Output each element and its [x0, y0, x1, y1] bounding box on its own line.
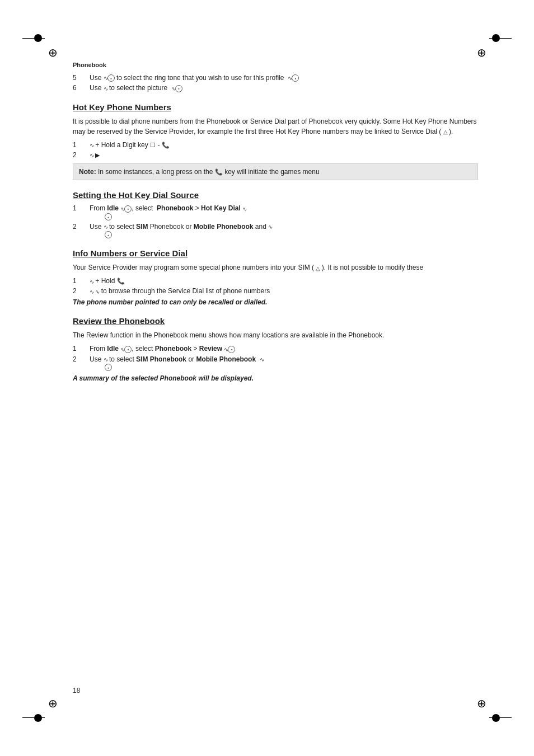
review-step-1-num: 1	[73, 345, 90, 353]
info-numbers-body: Your Service Provider may program some s…	[73, 262, 478, 273]
nav-icon-hd2: ∿	[104, 224, 107, 230]
signal-icon-rv2: ∿	[260, 356, 264, 363]
hot-key-step-1-content: ∿ + Hold a Digit key ☐ - 📞	[90, 141, 478, 149]
hot-key-heading: Hot Key Phone Numbers	[73, 102, 478, 112]
idle-text-rv1: Idle	[107, 345, 119, 353]
info-numbers-heading: Info Numbers or Service Dial	[73, 248, 478, 258]
sim-text-hd2: SIM	[136, 223, 148, 231]
sim-icon-info: △	[316, 264, 320, 273]
hot-dial-step-1-num: 1	[73, 204, 90, 212]
nav-icon-info2: ∿	[95, 289, 99, 295]
hline-br	[489, 717, 512, 718]
hline-tr	[489, 38, 512, 39]
hot-dial-heading: Setting the Hot Key Dial Source	[73, 190, 478, 200]
signal-icon-info1: ∿	[90, 279, 93, 285]
nav-icon-5: ∿	[104, 75, 107, 81]
signal-icon-hk2: ∿	[90, 152, 93, 158]
corner-dot-br	[492, 714, 500, 722]
hot-dial-step-1: 1 From Idle ∿, select Phonebook > Hot Ke…	[73, 204, 478, 220]
step-5-content: Use ∿ to select the ring tone that you w…	[90, 74, 478, 82]
hot-dial-step-2: 2 Use ∿ to select SIM Phonebook or Mobil…	[73, 223, 478, 238]
mobile-text-hd2: Mobile Phonebook	[194, 223, 254, 231]
info-step-2-num: 2	[73, 287, 90, 295]
hot-key-step-2: 2 ∿ ▶	[73, 151, 478, 159]
end-icon-hk2: ▶	[95, 152, 100, 158]
review-heading: Review the Phonebook	[73, 316, 478, 326]
phone-icon-hk1: ☐	[150, 142, 156, 148]
hot-dial-step-2-num: 2	[73, 223, 90, 231]
phonebook-text-rv1: Phonebook	[155, 345, 191, 353]
hot-dial-step-2-content: Use ∿ to select SIM Phonebook or Mobile …	[90, 223, 478, 238]
step-6: 6 Use ∿ to select the picture ∿	[73, 84, 478, 92]
mobile-text-rv2: Mobile Phonebook	[196, 355, 256, 363]
crosshair-br	[475, 697, 488, 710]
sim-icon-inline: △	[443, 128, 447, 136]
btn-icon-rv1b	[228, 346, 235, 353]
hline-tl	[22, 38, 45, 39]
btn-icon-5b	[292, 74, 299, 82]
note-label: Note:	[79, 168, 96, 176]
review-step-2-content: Use ∿ to select SIM Phonebook or Mobile …	[90, 355, 478, 371]
phone-icon-info1: 📞	[117, 278, 125, 284]
nav-icon-rv2: ∿	[104, 356, 107, 363]
btn-icon-hd1	[124, 205, 132, 213]
signal-icon-hd2: ∿	[268, 224, 272, 230]
hot-key-step-2-content: ∿ ▶	[90, 151, 478, 159]
note-box: Note: In some instances, a long press on…	[73, 163, 478, 181]
page: Phonebook 5 Use ∿ to select the ring ton…	[0, 0, 534, 756]
info-step-1: 1 ∿ + Hold 📞	[73, 277, 478, 285]
signal-icon-hd1b: ∿	[242, 206, 246, 212]
btn-icon-hd1b	[105, 213, 112, 220]
crosshair-tl	[46, 46, 59, 59]
step-5-num: 5	[73, 74, 90, 82]
corner-dot-bl	[34, 714, 42, 722]
crosshair-bl	[46, 697, 59, 710]
btn-icon-rv2	[105, 364, 112, 371]
info-italic-note: The phone number pointed to can only be …	[73, 298, 478, 306]
hot-dial-step-1-content: From Idle ∿, select Phonebook > Hot Key …	[90, 204, 478, 220]
phonebook-text-hd1: Phonebook	[157, 204, 193, 212]
signal-icon-info2: ∿	[90, 289, 93, 295]
signal-icon-hk1: ∿	[90, 142, 93, 148]
hot-key-step-1: 1 ∿ + Hold a Digit key ☐ - 📞	[73, 141, 478, 149]
section-label: Phonebook	[73, 62, 478, 68]
info-step-2: 2 ∿ ∿ to browse through the Service Dial…	[73, 287, 478, 295]
info-step-2-content: ∿ ∿ to browse through the Service Dial l…	[90, 287, 478, 295]
info-step-1-num: 1	[73, 277, 90, 285]
note-text: In some instances, a long press on the 📞…	[98, 168, 320, 176]
btn-icon-5	[107, 74, 115, 82]
signal-icon-5a: ∿	[288, 75, 292, 81]
crosshair-tr	[475, 46, 488, 59]
info-step-1-content: ∿ + Hold 📞	[90, 277, 478, 285]
signal-icon-rv1b: ∿	[224, 346, 228, 353]
review-body: The Review function in the Phonebook men…	[73, 330, 478, 340]
hot-key-body: It is possible to dial phone numbers fro…	[73, 116, 478, 137]
review-italic-note: A summary of the selected Phonebook will…	[73, 374, 478, 382]
step-6-content: Use ∿ to select the picture ∿	[90, 84, 478, 92]
sim-text-rv2: SIM Phonebook	[136, 355, 186, 363]
review-text-rv1: Review	[199, 345, 222, 353]
hot-key-step-1-num: 1	[73, 141, 90, 149]
review-step-1-content: From Idle ∿, select Phonebook > Review ∿	[90, 345, 478, 353]
review-italic-note-text: A summary of the selected Phonebook will…	[73, 374, 254, 382]
info-italic-note-text: The phone number pointed to can only be …	[73, 298, 267, 306]
phone-icon-hk1b: 📞	[162, 142, 170, 148]
hotkeydial-text-hd1: Hot Key Dial	[201, 204, 241, 212]
review-step-2: 2 Use ∿ to select SIM Phonebook or Mobil…	[73, 355, 478, 371]
hline-bl	[22, 717, 45, 718]
signal-icon-rv1: ∿	[120, 346, 124, 353]
btn-icon-6b	[175, 85, 182, 92]
btn-icon-hd2	[105, 231, 112, 238]
review-step-2-num: 2	[73, 355, 90, 363]
step-5: 5 Use ∿ to select the ring tone that you…	[73, 74, 478, 82]
btn-icon-rv1	[124, 346, 132, 353]
page-number: 18	[73, 687, 80, 694]
idle-text-hd1: Idle	[107, 204, 119, 212]
main-content: Phonebook 5 Use ∿ to select the ring ton…	[73, 62, 478, 683]
review-step-1: 1 From Idle ∿, select Phonebook > Review…	[73, 345, 478, 353]
hot-key-step-2-num: 2	[73, 151, 90, 159]
signal-icon-hd1: ∿	[120, 206, 124, 212]
phone-icon-note: 📞	[215, 168, 223, 175]
nav-icon-6: ∿	[104, 86, 107, 92]
step-6-num: 6	[73, 84, 90, 92]
